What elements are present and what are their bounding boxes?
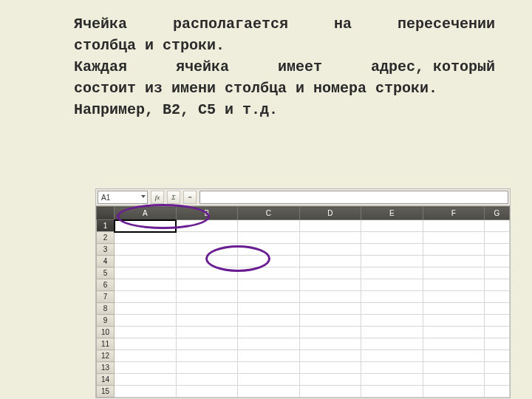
cell[interactable] (115, 303, 177, 315)
cell[interactable] (176, 338, 238, 350)
cell[interactable] (299, 327, 361, 338)
cell[interactable] (238, 362, 300, 374)
cell[interactable] (485, 327, 510, 338)
cell[interactable] (485, 232, 510, 244)
cell[interactable] (115, 350, 177, 362)
cell[interactable] (115, 291, 177, 303)
cell[interactable] (115, 279, 177, 291)
col-header[interactable]: G (485, 207, 510, 220)
row-header[interactable]: 4 (97, 256, 115, 267)
cell[interactable] (361, 244, 423, 256)
cell[interactable] (361, 374, 423, 386)
cell[interactable] (238, 315, 300, 327)
cell[interactable] (299, 386, 361, 398)
cell[interactable] (238, 327, 300, 338)
cell[interactable] (115, 315, 177, 327)
cell[interactable] (299, 362, 361, 374)
cell[interactable] (238, 279, 300, 291)
cell[interactable] (299, 244, 361, 256)
row-header[interactable]: 10 (97, 327, 115, 338)
cell[interactable] (361, 232, 423, 244)
cell[interactable] (176, 327, 238, 338)
cell[interactable] (361, 315, 423, 327)
cell[interactable] (176, 386, 238, 398)
cell[interactable] (238, 350, 300, 362)
row-header[interactable]: 3 (97, 244, 115, 256)
cell[interactable] (176, 303, 238, 315)
cell[interactable] (176, 279, 238, 291)
cell[interactable] (238, 386, 300, 398)
cell[interactable] (176, 232, 238, 244)
cell[interactable] (299, 279, 361, 291)
fx-button[interactable]: fx (151, 191, 164, 204)
cell[interactable] (115, 386, 177, 398)
cell[interactable] (485, 220, 510, 232)
cell[interactable] (361, 386, 423, 398)
cell[interactable] (423, 291, 485, 303)
cell[interactable] (176, 362, 238, 374)
cell[interactable] (423, 303, 485, 315)
cell[interactable] (299, 350, 361, 362)
cell[interactable] (238, 374, 300, 386)
cell[interactable] (115, 244, 177, 256)
row-header[interactable]: 1 (97, 220, 115, 232)
cell[interactable] (423, 256, 485, 267)
cell[interactable] (361, 338, 423, 350)
cell[interactable] (115, 267, 177, 279)
cell[interactable] (485, 256, 510, 267)
cell[interactable] (115, 362, 177, 374)
col-header[interactable]: E (361, 207, 423, 220)
cell[interactable] (115, 374, 177, 386)
cell[interactable] (238, 338, 300, 350)
formula-input[interactable] (200, 191, 508, 204)
cell[interactable] (299, 374, 361, 386)
cell[interactable] (299, 315, 361, 327)
row-header[interactable]: 9 (97, 315, 115, 327)
cell[interactable] (485, 315, 510, 327)
cell[interactable] (238, 256, 300, 267)
cell[interactable] (485, 350, 510, 362)
cell[interactable] (423, 279, 485, 291)
cell[interactable] (361, 256, 423, 267)
col-header[interactable]: D (299, 207, 361, 220)
cell[interactable] (238, 244, 300, 256)
cell[interactable] (423, 374, 485, 386)
cell[interactable] (115, 256, 177, 267)
row-header[interactable]: 7 (97, 291, 115, 303)
cell[interactable] (299, 220, 361, 232)
cell[interactable] (485, 338, 510, 350)
cell[interactable] (423, 362, 485, 374)
cell[interactable] (299, 303, 361, 315)
col-header[interactable]: B (176, 207, 238, 220)
cell[interactable] (423, 386, 485, 398)
cell[interactable] (361, 220, 423, 232)
cell[interactable] (361, 350, 423, 362)
cell[interactable] (115, 327, 177, 338)
cell[interactable] (485, 386, 510, 398)
cell[interactable] (115, 338, 177, 350)
col-header[interactable]: C (238, 207, 300, 220)
cell[interactable] (423, 315, 485, 327)
name-box[interactable]: A1 (98, 191, 148, 204)
row-header[interactable]: 11 (97, 338, 115, 350)
cell[interactable] (299, 291, 361, 303)
cell[interactable] (176, 315, 238, 327)
cell[interactable] (176, 350, 238, 362)
cell[interactable] (299, 232, 361, 244)
cell[interactable] (423, 350, 485, 362)
row-header[interactable]: 8 (97, 303, 115, 315)
cell[interactable] (423, 327, 485, 338)
cell[interactable] (299, 256, 361, 267)
cell[interactable] (176, 374, 238, 386)
cell[interactable] (238, 291, 300, 303)
cell[interactable] (485, 279, 510, 291)
cell[interactable] (299, 267, 361, 279)
row-header[interactable]: 12 (97, 350, 115, 362)
equals-button[interactable]: = (183, 191, 197, 204)
row-header[interactable]: 5 (97, 267, 115, 279)
cell[interactable] (361, 362, 423, 374)
sum-button[interactable]: Σ (167, 191, 180, 204)
cell[interactable] (176, 291, 238, 303)
cell-A1[interactable] (115, 220, 177, 232)
row-header[interactable]: 15 (97, 386, 115, 398)
